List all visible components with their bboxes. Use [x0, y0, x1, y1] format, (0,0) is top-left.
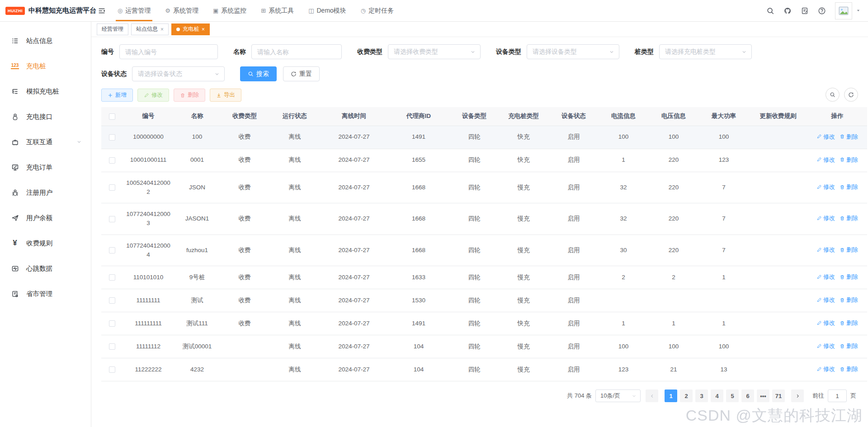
delete-row-link[interactable]: 删除: [840, 155, 858, 164]
page-size-select[interactable]: 10条/页: [595, 389, 641, 402]
tab-charging-pile[interactable]: 充电桩×: [171, 23, 210, 35]
select-all-checkbox[interactable]: [109, 113, 115, 120]
close-icon[interactable]: ×: [160, 26, 164, 33]
nav-item-system-management[interactable]: ⚙系统管理: [158, 0, 206, 21]
document-icon[interactable]: [801, 7, 809, 15]
name-input[interactable]: [251, 44, 342, 59]
user-avatar-dropdown[interactable]: [835, 2, 861, 19]
edit-row-link[interactable]: 修改: [816, 245, 835, 254]
edit-row-link[interactable]: 修改: [816, 342, 835, 351]
nav-label: 运营管理: [125, 7, 151, 15]
row-checkbox[interactable]: [109, 366, 115, 373]
sidebar-item-heartbeat-data[interactable]: 心跳数据: [0, 256, 91, 281]
row-checkbox[interactable]: [109, 157, 115, 164]
sidebar-item-interconnection[interactable]: 互联互通: [0, 129, 91, 155]
edit-row-link[interactable]: 修改: [816, 296, 835, 305]
delete-row-link[interactable]: 删除: [840, 272, 858, 282]
toggle-search-button[interactable]: [826, 88, 840, 102]
prev-page-button[interactable]: [646, 389, 658, 402]
nav-item-system-tools[interactable]: ⊞系统工具: [254, 0, 301, 21]
search-button[interactable]: 搜索: [240, 66, 277, 81]
logo[interactable]: HUIZHI 中科慧知充电运营平台: [0, 0, 91, 21]
help-icon[interactable]: [818, 7, 826, 15]
row-checkbox[interactable]: [109, 134, 115, 141]
sidebar-item-charging-pile[interactable]: 123充电桩: [0, 53, 91, 79]
page-button-5[interactable]: 5: [726, 389, 739, 402]
tab-business-management[interactable]: 经营管理: [97, 23, 128, 35]
delete-button[interactable]: 删除: [174, 89, 205, 102]
edit-row-link[interactable]: 修改: [816, 272, 835, 282]
reset-button[interactable]: 重置: [283, 66, 320, 81]
sidebar-item-charging-port[interactable]: 充电接口: [0, 104, 91, 129]
row-checkbox[interactable]: [109, 320, 115, 327]
table-cell: 启用: [549, 335, 599, 358]
sidebar-item-registered-users[interactable]: 注册用户: [0, 180, 91, 205]
goto-page-input[interactable]: [828, 389, 847, 402]
github-icon[interactable]: [783, 7, 792, 15]
page-button-1[interactable]: 1: [665, 389, 677, 402]
sidebar-item-simulated-charging-pile[interactable]: 模拟充电桩: [0, 79, 91, 104]
device-type-select[interactable]: 请选择设备类型: [527, 44, 619, 59]
search-icon[interactable]: [766, 7, 774, 15]
pile-type-select[interactable]: 请选择充电桩类型: [659, 44, 752, 59]
table-row: 10772404120003JASON1收费离线2024-07-271668四轮…: [101, 203, 867, 235]
edit-row-link[interactable]: 修改: [816, 319, 835, 328]
next-page-button[interactable]: [791, 389, 804, 402]
delete-row-link[interactable]: 删除: [840, 132, 858, 141]
row-checkbox[interactable]: [109, 297, 115, 304]
fee-type-select[interactable]: 请选择收费类型: [388, 44, 481, 59]
sidebar-item-site-info[interactable]: 站点信息: [0, 28, 91, 53]
device-status-select[interactable]: 请选择设备状态: [132, 66, 225, 81]
close-icon[interactable]: ×: [202, 26, 205, 33]
edit-row-link[interactable]: 修改: [816, 155, 835, 164]
tab-site-info[interactable]: 站点信息×: [131, 23, 169, 35]
table-cell: 四轮: [450, 203, 498, 235]
edit-button[interactable]: 修改: [137, 89, 169, 102]
add-button[interactable]: 新增: [101, 89, 133, 102]
table-cell: [749, 172, 807, 203]
delete-row-link[interactable]: 删除: [840, 214, 858, 223]
delete-row-link[interactable]: 删除: [840, 365, 858, 374]
edit-row-link[interactable]: 修改: [816, 183, 835, 192]
export-button[interactable]: 导出: [210, 89, 241, 102]
delete-row-link[interactable]: 删除: [840, 245, 858, 254]
row-checkbox[interactable]: [109, 216, 115, 222]
trash-icon: [840, 297, 845, 303]
module-icon: [11, 138, 19, 146]
edit-row-link[interactable]: 修改: [816, 214, 835, 223]
row-checkbox[interactable]: [109, 247, 115, 253]
nav-item-operations-management[interactable]: ◎运营管理: [110, 0, 158, 21]
table-cell: 220: [648, 149, 699, 172]
delete-row-link[interactable]: 删除: [840, 319, 858, 328]
table-cell: 2024-07-27: [321, 312, 387, 335]
edit-row-link[interactable]: 修改: [816, 132, 835, 141]
page-button-6[interactable]: 6: [741, 389, 754, 402]
delete-row-link[interactable]: 删除: [840, 183, 858, 192]
page-button-4[interactable]: 4: [711, 389, 723, 402]
row-checkbox[interactable]: [109, 274, 115, 281]
delete-row-link[interactable]: 删除: [840, 342, 858, 351]
sidebar-item-province-city[interactable]: 省市管理: [0, 281, 91, 306]
delete-row-link[interactable]: 删除: [840, 296, 858, 305]
column-header: 编号: [123, 107, 174, 126]
refresh-table-button[interactable]: [844, 88, 858, 102]
table-row: 111111111测试111收费离线2024-07-271491四轮快充启用11…: [101, 312, 867, 335]
page-button-2[interactable]: 2: [680, 389, 693, 402]
page-button-3[interactable]: 3: [695, 389, 708, 402]
table-cell: 快充: [498, 312, 549, 335]
sidebar-item-user-balance[interactable]: 用户余额: [0, 205, 91, 230]
row-checkbox[interactable]: [109, 343, 115, 350]
row-checkbox[interactable]: [109, 184, 115, 191]
sidebar-item-fee-rules[interactable]: ¥收费规则: [0, 230, 91, 256]
nav-item-demo-module[interactable]: ◫Demo模块: [301, 0, 354, 21]
edit-row-link[interactable]: 修改: [816, 365, 835, 374]
page-button-71[interactable]: 71: [772, 389, 785, 402]
nav-item-scheduled-tasks[interactable]: ◷定时任务: [354, 0, 401, 21]
nav-item-system-monitoring[interactable]: ▣系统监控: [206, 0, 254, 21]
sidebar-collapse-icon[interactable]: [98, 7, 106, 15]
number-input[interactable]: [119, 44, 218, 59]
table-cell: JSON: [174, 172, 221, 203]
sidebar-item-charging-orders[interactable]: 充电订单: [0, 155, 91, 180]
more-pages-button[interactable]: •••: [757, 389, 769, 402]
table-cell: 13: [699, 358, 749, 381]
